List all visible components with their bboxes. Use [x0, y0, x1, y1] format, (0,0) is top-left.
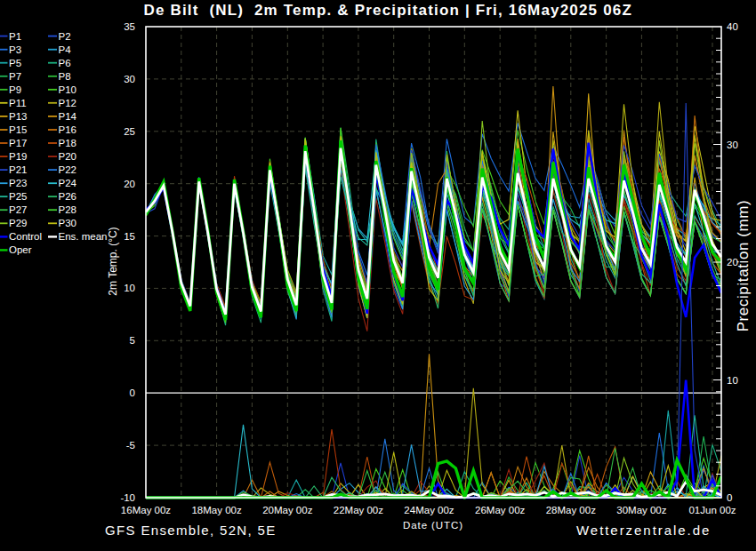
svg-text:P13: P13	[9, 111, 27, 122]
svg-text:30: 30	[124, 74, 135, 84]
svg-text:P15: P15	[9, 124, 27, 135]
svg-text:P29: P29	[9, 218, 27, 228]
svg-text:P2: P2	[59, 31, 71, 42]
svg-text:P25: P25	[9, 191, 27, 202]
svg-text:40: 40	[727, 21, 738, 32]
svg-text:P23: P23	[9, 178, 27, 188]
svg-text:Ens. mean: Ens. mean	[59, 231, 108, 242]
svg-text:30May 00z: 30May 00z	[616, 505, 667, 515]
svg-text:35: 35	[124, 21, 135, 32]
svg-text:26May 00z: 26May 00z	[475, 505, 526, 515]
svg-text:P18: P18	[59, 138, 76, 148]
svg-text:10: 10	[124, 283, 135, 293]
svg-text:P8: P8	[59, 71, 71, 82]
svg-text:P19: P19	[9, 151, 27, 162]
svg-text:30: 30	[727, 140, 738, 150]
svg-text:5: 5	[130, 335, 135, 346]
svg-text:P20: P20	[59, 151, 76, 162]
svg-text:Oper: Oper	[9, 244, 32, 255]
svg-text:P12: P12	[59, 98, 76, 108]
svg-text:2m Temp. (°C): 2m Temp. (°C)	[107, 227, 119, 295]
svg-text:22May 00z: 22May 00z	[334, 505, 384, 515]
svg-text:20May 00z: 20May 00z	[262, 505, 313, 515]
svg-text:P3: P3	[9, 44, 21, 55]
svg-text:Date (UTC): Date (UTC)	[403, 520, 463, 531]
svg-text:0: 0	[130, 387, 135, 398]
svg-text:P6: P6	[59, 58, 71, 68]
svg-text:P21: P21	[9, 164, 27, 175]
svg-text:P10: P10	[59, 84, 76, 95]
svg-text:P27: P27	[9, 204, 27, 215]
svg-text:0: 0	[727, 492, 732, 503]
svg-text:24May 00z: 24May 00z	[404, 505, 454, 515]
svg-text:P16: P16	[59, 124, 76, 135]
svg-text:P7: P7	[9, 71, 21, 82]
svg-text:Wetterzentrale.de: Wetterzentrale.de	[576, 523, 711, 538]
svg-text:28May 00z: 28May 00z	[546, 505, 597, 515]
svg-text:Control: Control	[9, 231, 42, 242]
svg-text:18May 00z: 18May 00z	[191, 505, 242, 515]
svg-text:De Bilt (NL) 2m Temp. & Prec: De Bilt (NL) 2m Temp. & Precipitation | …	[144, 2, 632, 19]
svg-text:P1: P1	[9, 31, 21, 42]
svg-text:P24: P24	[59, 178, 77, 188]
svg-text:25: 25	[124, 126, 135, 137]
svg-text:P11: P11	[9, 98, 27, 108]
svg-text:P14: P14	[59, 111, 77, 122]
svg-text:15: 15	[124, 231, 135, 242]
svg-text:-10: -10	[120, 492, 135, 503]
svg-text:P22: P22	[59, 164, 76, 175]
svg-text:GFS Ensemble, 52N, 5E: GFS Ensemble, 52N, 5E	[105, 523, 277, 538]
svg-text:Precipitation (mm): Precipitation (mm)	[735, 200, 752, 332]
svg-text:P28: P28	[59, 204, 76, 215]
svg-text:P26: P26	[59, 191, 76, 202]
svg-text:P4: P4	[59, 44, 72, 55]
svg-text:01Jun 00z: 01Jun 00z	[688, 505, 736, 515]
svg-text:P9: P9	[9, 84, 21, 95]
svg-text:-5: -5	[126, 440, 135, 451]
svg-text:P5: P5	[9, 58, 21, 68]
svg-text:P30: P30	[59, 218, 76, 228]
svg-text:16May 00z: 16May 00z	[121, 505, 172, 515]
svg-text:20: 20	[124, 179, 135, 189]
svg-text:10: 10	[727, 375, 738, 386]
svg-text:P17: P17	[9, 138, 27, 148]
